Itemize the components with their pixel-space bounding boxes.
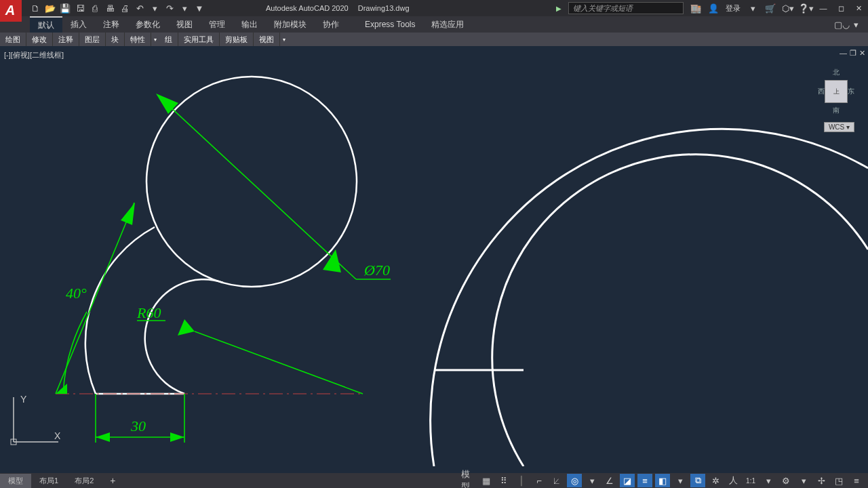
svg-marker-5 [323,249,341,272]
tab-collab[interactable]: 协作 [315,16,347,33]
panel-view-drop-icon[interactable]: ▾ [280,37,288,43]
app-logo[interactable]: A [0,0,22,22]
quick-access-toolbar: 🗋 📂 💾 🖫 ⎙ 🖶 🖨 ↶ ▾ ↷ ▾ ▼ [30,3,205,14]
tab-output[interactable]: 输出 [233,16,266,33]
dynucs-icon[interactable]: 人 [726,474,741,487]
svg-text:X: X [54,430,61,441]
drawing-viewport[interactable]: [-][俯视][二维线框] — ❐ ✕ 北 西 上 东 南 WCS ▾ [0,46,868,466]
status-model-button[interactable]: 模型 [461,474,476,487]
gear-icon[interactable]: ⚙ [778,474,793,487]
panel-block[interactable]: 块 [106,33,125,46]
a360-icon[interactable]: ⬡▾ [783,3,793,14]
tab-default[interactable]: 默认 [30,16,62,33]
file-name: Drawing13.dwg [358,4,410,12]
panel-annot[interactable]: 注释 [53,33,79,46]
svg-point-1 [146,77,357,287]
maximize-button[interactable]: ◻ [835,4,846,13]
customize-icon[interactable]: ≡ [849,474,864,487]
user-icon[interactable]: 👤 [708,3,719,14]
transparency-icon[interactable]: ◧ [655,474,670,487]
layout-add-button[interactable]: + [102,473,123,488]
panel-modify[interactable]: 修改 [26,33,53,46]
ucs-icon: Y X [8,393,62,450]
lineweight-icon[interactable]: ≡ [637,474,652,487]
dyn-input-icon[interactable]: ◪ [620,474,635,487]
panel-layer[interactable]: 图层 [79,33,106,46]
print-icon[interactable]: 🖨 [119,3,130,14]
dim-linear: 30 [96,394,184,443]
cart-icon[interactable]: 🛒 [765,3,776,14]
panel-props-drop-icon[interactable]: ▾ [151,37,159,43]
title-bar: 🗋 📂 💾 🖫 ⎙ 🖶 🖨 ↶ ▾ ↷ ▾ ▼ Autodesk AutoCAD… [0,0,868,16]
tab-parametric[interactable]: 参数化 [127,16,168,33]
panel-utils[interactable]: 实用工具 [178,33,220,46]
minimize-button[interactable]: — [818,4,829,12]
ortho-icon[interactable]: ⌐ [532,474,547,487]
save-icon[interactable]: 💾 [60,3,71,14]
qp-drop-icon[interactable]: ▾ [673,474,688,487]
panel-group[interactable]: 组 [159,33,178,46]
svg-text:30: 30 [130,418,146,434]
tab-manage[interactable]: 管理 [201,16,233,33]
otrack-icon[interactable]: ∠ [602,474,617,487]
help-icon[interactable]: ❔▾ [800,3,811,14]
tab-featured[interactable]: 精选应用 [423,16,472,33]
login-label[interactable]: 登录 [726,3,741,14]
panel-props[interactable]: 特性 [125,33,151,46]
ribbon-panels: 绘图 修改 注释 图层 块 特性 ▾ 组 实用工具 剪贴板 视图 ▾ [0,33,868,46]
svg-text:Y: Y [20,394,27,405]
layout-tab-1[interactable]: 布局1 [31,474,66,488]
undo-drop-icon[interactable]: ▾ [149,3,160,14]
3dosnap-icon[interactable]: ✲ [708,474,723,487]
layout-status-bar: 模型 布局1 布局2 + 模型 ▦ ⠿ ┃ ⌐ ⟀ ◎ ▾ ∠ ◪ ≡ ◧ ▾ … [0,473,868,488]
tab-insert[interactable]: 插入 [62,16,95,33]
qat-dropdown-icon[interactable]: ▼ [194,3,205,14]
svg-marker-19 [96,432,110,442]
tab-addins[interactable]: 附加模块 [266,16,315,33]
selection-cycle-icon[interactable]: ⧉ [690,474,705,487]
undo-icon[interactable]: ↶ [134,3,145,14]
plot-icon[interactable]: 🖶 [104,3,115,14]
svg-marker-13 [121,203,135,225]
scale-label[interactable]: 1:1 [743,477,758,485]
svg-text:40°: 40° [66,285,87,302]
app-title: Autodesk AutoCAD 2020 [266,4,349,12]
layout-tab-model[interactable]: 模型 [0,474,31,488]
infocenter-icon[interactable]: 🏬 [690,3,701,14]
close-button[interactable]: ✕ [853,4,864,13]
svg-line-3 [168,105,356,279]
isolate-icon[interactable]: ◳ [831,474,846,487]
panel-clip[interactable]: 剪贴板 [220,33,254,46]
scale-drop-icon[interactable]: ▾ [761,474,776,487]
tab-annotate[interactable]: 注释 [95,16,127,33]
dim-angle: 40° [56,203,135,394]
cloud-icon[interactable]: ▢◡ [834,20,850,30]
search-input[interactable]: 键入关键字或短语 [568,2,684,14]
panel-draw[interactable]: 绘图 [0,33,26,46]
login-drop-icon[interactable]: ▾ [747,3,758,14]
dim-diameter: Ø70 [156,94,391,279]
ribbon-drop-icon[interactable]: ▾ [854,20,859,30]
osnap-drop-icon[interactable]: ▾ [585,474,599,487]
panel-view[interactable]: 视图 [254,33,280,46]
redo-icon[interactable]: ↷ [164,3,175,14]
osnap-icon[interactable]: ◎ [567,474,582,487]
tab-view[interactable]: 视图 [168,16,201,33]
svg-marker-9 [178,319,195,336]
grid-icon[interactable]: ▦ [479,474,494,487]
fullscreen-icon[interactable]: ✢ [814,474,829,487]
tab-express[interactable]: Express Tools [357,16,423,33]
new-icon[interactable]: 🗋 [30,3,41,14]
svg-text:Ø70: Ø70 [363,262,390,279]
ribbon-tabs: 默认 插入 注释 参数化 视图 管理 输出 附加模块 协作 Express To… [0,16,868,33]
snap-icon[interactable]: ⠿ [496,474,511,487]
open-icon[interactable]: 📂 [45,3,56,14]
web-icon[interactable]: ⎙ [90,3,100,14]
redo-drop-icon[interactable]: ▾ [179,3,190,14]
svg-marker-20 [170,432,184,442]
layout-tab-2[interactable]: 布局2 [66,474,102,488]
saveas-icon[interactable]: 🖫 [75,3,85,14]
gear-drop-icon[interactable]: ▾ [796,474,811,487]
polar-icon[interactable]: ⟀ [549,474,564,487]
search-play-icon[interactable]: ▶ [556,5,561,12]
